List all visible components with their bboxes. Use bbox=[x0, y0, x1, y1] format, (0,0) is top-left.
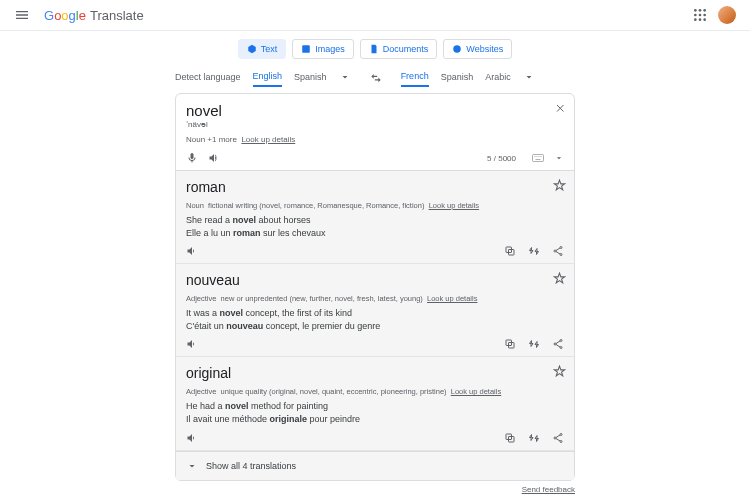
svg-point-6 bbox=[694, 18, 697, 21]
source-text[interactable]: novel bbox=[186, 102, 564, 119]
svg-point-8 bbox=[703, 18, 706, 21]
svg-point-27 bbox=[554, 343, 556, 345]
svg-point-2 bbox=[703, 9, 706, 12]
svg-point-33 bbox=[560, 433, 562, 435]
star-icon[interactable] bbox=[553, 365, 566, 378]
svg-line-22 bbox=[556, 248, 560, 251]
lookup-link[interactable]: Look up details bbox=[429, 201, 479, 210]
svg-point-3 bbox=[694, 14, 697, 17]
result-meta: Adjective new or unpredented (new, furth… bbox=[186, 294, 564, 303]
svg-point-10 bbox=[454, 45, 462, 53]
lookup-link[interactable]: Look up details bbox=[451, 387, 501, 396]
lang-detect[interactable]: Detect language bbox=[175, 68, 241, 86]
send-feedback-link[interactable]: Send feedback bbox=[175, 485, 575, 494]
speaker-icon[interactable] bbox=[186, 338, 198, 350]
copy-icon[interactable] bbox=[504, 245, 516, 257]
star-icon[interactable] bbox=[553, 272, 566, 285]
svg-rect-11 bbox=[533, 155, 544, 162]
svg-point-28 bbox=[560, 347, 562, 349]
swap-languages-icon[interactable] bbox=[369, 70, 383, 84]
menu-icon[interactable] bbox=[14, 7, 30, 23]
avatar[interactable] bbox=[718, 6, 736, 24]
svg-point-7 bbox=[699, 18, 702, 21]
lang-english[interactable]: English bbox=[253, 67, 283, 87]
chevron-down-icon[interactable] bbox=[523, 71, 535, 83]
mic-icon[interactable] bbox=[186, 152, 198, 164]
share-icon[interactable] bbox=[552, 245, 564, 257]
apps-icon[interactable] bbox=[692, 7, 708, 23]
svg-point-1 bbox=[699, 9, 702, 12]
speaker-icon[interactable] bbox=[186, 245, 198, 257]
svg-point-20 bbox=[554, 250, 556, 252]
clear-icon[interactable] bbox=[554, 102, 566, 114]
result-item: roman Noun fictional writing (novel, rom… bbox=[176, 171, 574, 264]
rate-icon[interactable] bbox=[528, 245, 540, 257]
lookup-link[interactable]: Look up details bbox=[241, 135, 295, 144]
result-word: roman bbox=[186, 179, 564, 195]
logo: Google Translate bbox=[44, 8, 144, 23]
lookup-link[interactable]: Look up details bbox=[427, 294, 477, 303]
svg-line-36 bbox=[556, 435, 560, 438]
svg-point-4 bbox=[699, 14, 702, 17]
svg-point-26 bbox=[560, 340, 562, 342]
source-meta: Noun +1 more Look up details bbox=[186, 135, 564, 144]
tab-documents[interactable]: Documents bbox=[360, 39, 438, 59]
copy-icon[interactable] bbox=[504, 338, 516, 350]
result-example: He had a novel method for paintingIl ava… bbox=[186, 400, 564, 425]
svg-line-30 bbox=[556, 345, 560, 348]
lang-arabic[interactable]: Arabic bbox=[485, 68, 511, 86]
svg-point-5 bbox=[703, 14, 706, 17]
svg-line-23 bbox=[556, 252, 560, 255]
star-icon[interactable] bbox=[553, 179, 566, 192]
rate-icon[interactable] bbox=[528, 432, 540, 444]
lang-french[interactable]: French bbox=[401, 67, 429, 87]
result-word: nouveau bbox=[186, 272, 564, 288]
speaker-icon[interactable] bbox=[186, 432, 198, 444]
char-count: 5 / 5000 bbox=[487, 154, 516, 163]
svg-point-35 bbox=[560, 440, 562, 442]
show-all-button[interactable]: Show all 4 translations bbox=[176, 451, 574, 480]
keyboard-icon[interactable] bbox=[532, 152, 544, 164]
svg-point-21 bbox=[560, 254, 562, 256]
chevron-down-icon[interactable] bbox=[554, 153, 564, 163]
result-example: She read a novel about horsesElle a lu u… bbox=[186, 214, 564, 239]
result-word: original bbox=[186, 365, 564, 381]
tab-websites[interactable]: Websites bbox=[443, 39, 512, 59]
svg-point-19 bbox=[560, 247, 562, 249]
result-item: original Adjective unique quality (origi… bbox=[176, 357, 574, 450]
tab-images[interactable]: Images bbox=[292, 39, 354, 59]
rate-icon[interactable] bbox=[528, 338, 540, 350]
svg-rect-9 bbox=[303, 45, 311, 53]
svg-point-34 bbox=[554, 437, 556, 439]
svg-line-29 bbox=[556, 341, 560, 344]
source-pronunciation: ˈnävəl bbox=[186, 120, 564, 129]
result-example: It was a novel concept, the first of its… bbox=[186, 307, 564, 332]
result-meta: Adjective unique quality (original, nove… bbox=[186, 387, 564, 396]
result-item: nouveau Adjective new or unpredented (ne… bbox=[176, 264, 574, 357]
copy-icon[interactable] bbox=[504, 432, 516, 444]
result-meta: Noun fictional writing (novel, romance, … bbox=[186, 201, 564, 210]
svg-line-37 bbox=[556, 438, 560, 441]
lang-spanish-src[interactable]: Spanish bbox=[294, 68, 327, 86]
share-icon[interactable] bbox=[552, 338, 564, 350]
chevron-down-icon bbox=[186, 460, 198, 472]
speaker-icon[interactable] bbox=[208, 152, 220, 164]
tab-text[interactable]: Text bbox=[238, 39, 287, 59]
lang-spanish-tgt[interactable]: Spanish bbox=[441, 68, 474, 86]
svg-point-0 bbox=[694, 9, 697, 12]
chevron-down-icon[interactable] bbox=[339, 71, 351, 83]
share-icon[interactable] bbox=[552, 432, 564, 444]
